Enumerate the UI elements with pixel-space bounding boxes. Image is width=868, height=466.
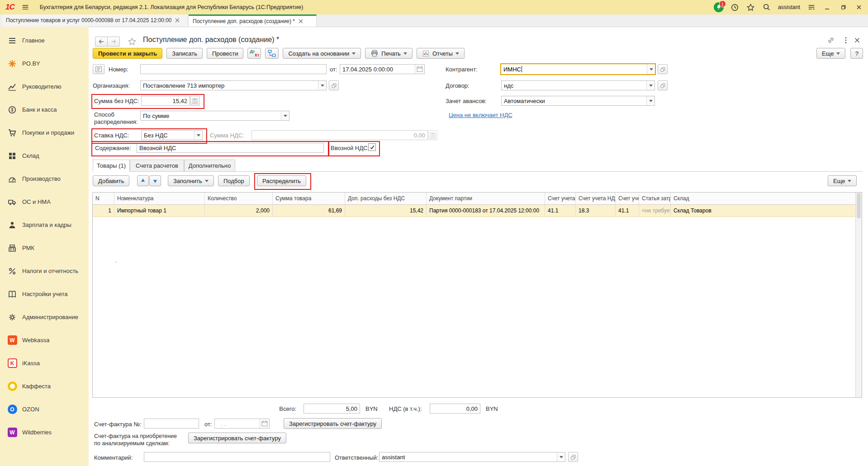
number-input[interactable] [140,64,327,74]
dt-kt-button[interactable]: Дт Кт [247,48,261,59]
back-button[interactable] [95,37,108,47]
help-button[interactable]: ? [850,48,863,59]
cell-nomenclature[interactable]: Импортный товар 1 [114,205,205,217]
create-based-on-button[interactable]: Создать на основании [283,48,361,59]
sidebar-item-sklad[interactable]: Склад [0,144,89,167]
sidebar-item-nalogi[interactable]: Налоги и отчетность [0,259,89,282]
search-icon[interactable] [762,3,771,12]
tab-additional[interactable]: Дополнительно [184,160,235,172]
fill-button[interactable]: Заполнить [168,175,214,186]
favorites-star-icon[interactable] [746,3,755,12]
restore-button[interactable] [839,3,848,12]
dropdown-button[interactable] [557,452,565,461]
advances-select[interactable]: Автоматически [501,96,655,106]
column-header[interactable]: Статья затрат ... [639,193,671,204]
distribution-method-select[interactable]: По сумме [140,111,289,121]
invoice-number-input[interactable] [144,419,199,428]
cell-vat-account[interactable]: 18.3 [576,205,616,217]
organization-input[interactable]: Постановление 713 импортер [140,80,327,90]
cell-batch-document[interactable]: Партия 0000-000183 от 17.04.2025 12:00:0… [427,205,545,217]
post-and-close-button[interactable]: Провести и закрыть [93,48,162,59]
sidebar-item-poby[interactable]: PO.BY [0,52,89,75]
close-form-icon[interactable] [853,36,861,44]
main-menu-icon[interactable] [21,3,30,12]
number-settings-button[interactable] [93,64,104,74]
sidebar-item-pokupki-prodazhi[interactable]: Покупки и продажи [0,121,89,144]
counterparty-open-button[interactable] [658,64,668,74]
contract-open-button[interactable] [658,80,668,90]
column-header[interactable]: Счет учета НДС [576,193,616,204]
register-invoice-button[interactable]: Зарегистрировать счет-фактуру [284,418,382,429]
content-input[interactable]: Ввозной НДС [137,143,324,153]
close-window-button[interactable] [854,3,863,12]
more-dots-icon[interactable] [842,36,850,44]
move-down-button[interactable] [149,175,161,186]
calendar-icon[interactable] [260,419,269,428]
sidebar-item-webkassa[interactable]: W Webkassa [0,329,89,352]
vat-rate-select[interactable]: Без НДС [141,130,203,140]
forward-button[interactable] [107,37,120,47]
link-icon[interactable] [827,36,835,44]
contract-input[interactable]: ндс [501,80,655,90]
minimize-button[interactable] [823,3,832,12]
responsible-input[interactable]: assistant [379,452,565,462]
reports-button[interactable]: Отчеты [417,48,465,59]
column-header[interactable]: Номенклатура [114,193,205,204]
column-header[interactable]: Склад [671,193,862,204]
dropdown-button[interactable] [281,111,289,120]
sidebar-item-rukovoditelyu[interactable]: Руководителю [0,75,89,98]
column-header[interactable]: Доп. расходы без НДС [345,193,427,204]
sidebar-item-ikassa[interactable]: K iKassa [0,352,89,375]
cell-cost-item[interactable]: <не требуется> [639,205,671,217]
cell-line-number[interactable]: 1 [93,205,114,217]
sidebar-item-zarplata-kadry[interactable]: Зарплата и кадры [0,213,89,236]
add-row-button[interactable]: Добавить [93,175,129,186]
date-input[interactable]: 17.04.2025 0:00:00 [340,64,425,74]
sidebar-item-nastroyki-ucheta[interactable]: Настройки учета [0,282,89,306]
distribute-button[interactable]: Распределить [257,175,306,186]
notifications-icon[interactable]: 1 [714,2,724,12]
tab-receipt-goods-services[interactable]: Поступление товаров и услуг 0000-000088 … [2,14,188,26]
tab-additional-expenses[interactable]: Поступление доп. расходов (создание) * [189,14,317,27]
sidebar-item-os-nma[interactable]: ОС и НМА [0,190,89,213]
cell-account[interactable]: 41.1 [545,205,576,217]
dropdown-button[interactable] [646,81,655,90]
import-vat-checkbox[interactable] [368,143,376,151]
calendar-icon[interactable] [415,65,424,74]
cell-warehouse[interactable]: Склад Товаров [671,205,862,217]
print-button[interactable]: Печать [365,48,413,59]
favorite-star-icon[interactable] [128,37,137,46]
column-header[interactable]: Сумма товара [273,193,345,204]
write-button[interactable]: Записать [166,48,203,59]
current-user[interactable]: assistant [778,4,800,10]
sum-without-vat-input[interactable]: 15,42 [141,96,190,106]
post-button[interactable]: Провести [207,48,244,59]
cell-quantity[interactable]: 2,000 [205,205,273,217]
sidebar-item-glavnoe[interactable]: Главное [0,29,89,52]
tab-settlement-accounts[interactable]: Счета расчетов [130,160,184,172]
cell-account2[interactable]: 41.1 [616,205,639,217]
sidebar-item-administrirovanie[interactable]: Администрирование [0,306,89,329]
organization-open-button[interactable] [329,80,339,90]
dropdown-button[interactable] [647,64,655,74]
dropdown-button[interactable] [318,81,326,90]
column-header[interactable]: Счет учета ... [545,193,576,204]
close-tab-icon[interactable] [175,18,180,23]
column-header[interactable]: Количество [205,193,273,204]
history-icon[interactable] [730,3,740,12]
service-menu-icon[interactable] [807,3,816,12]
sidebar-item-wildberries[interactable]: W Wildberries [0,421,89,444]
sidebar-item-kaffesta[interactable]: Каффеста [0,375,89,398]
calculator-button[interactable] [190,96,199,106]
tab-goods[interactable]: Товары (1) [93,160,130,172]
sidebar-item-bank-kassa[interactable]: Банк и касса [0,98,89,121]
document-structure-button[interactable] [265,48,279,59]
table-more-button[interactable]: Еще [828,175,857,186]
move-up-button[interactable] [137,175,149,186]
comment-input[interactable] [144,452,330,462]
counterparty-input[interactable]: ИМНС [500,63,656,75]
pick-button[interactable]: Подбор [218,175,250,186]
sidebar-item-ozon[interactable]: O OZON [0,398,89,421]
register-purchase-invoice-button[interactable]: Зарегистрировать счет-фактуру [188,433,286,443]
more-button[interactable]: Еще [816,48,845,59]
